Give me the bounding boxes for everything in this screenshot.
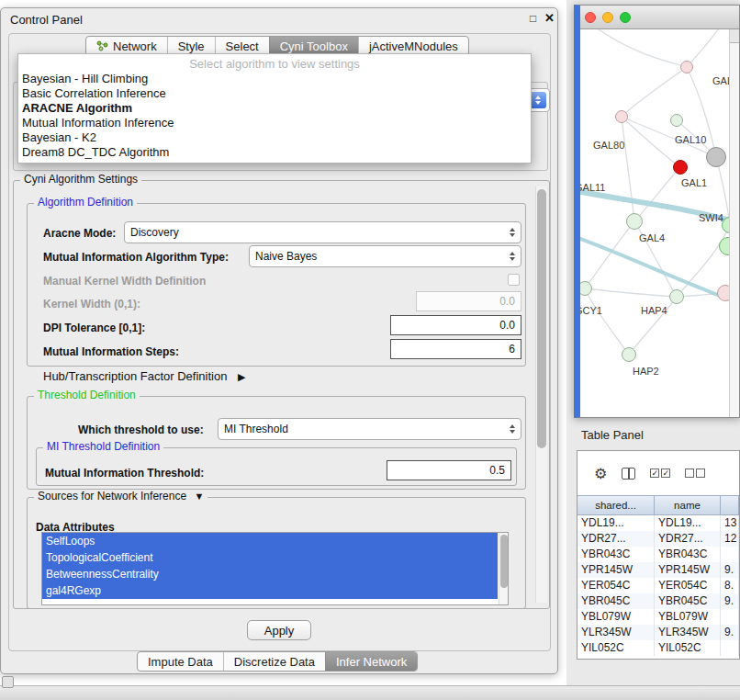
- table-row[interactable]: YLR345W YLR345W 9.: [577, 625, 739, 640]
- unselect-all-icon[interactable]: [685, 469, 705, 478]
- network-scrollbar-button[interactable]: [730, 29, 739, 43]
- tab-cyni-toolbox-label: Cyni Toolbox: [280, 40, 348, 53]
- tab-impute-data-label: Impute Data: [148, 655, 213, 669]
- table-row[interactable]: YBL079W YBL079W: [577, 609, 739, 625]
- combo-updown-icon: [510, 252, 515, 261]
- expanded-arrow-icon: ▼: [194, 491, 204, 502]
- collapsed-arrow-icon: ▶: [238, 371, 245, 382]
- cell: YBL079W: [655, 609, 721, 625]
- data-attributes-list[interactable]: SelfLoops TopologicalCoefficient Between…: [41, 532, 509, 605]
- tab-network[interactable]: Network: [86, 37, 167, 55]
- sources-title: Sources for Network Inference: [38, 490, 186, 502]
- float-window-icon[interactable]: □: [530, 12, 536, 25]
- manual-kernel-checkbox[interactable]: [508, 274, 520, 286]
- tab-cyni-toolbox[interactable]: Cyni Toolbox: [269, 37, 358, 55]
- mi-steps-field[interactable]: 6: [390, 339, 521, 359]
- tab-discretize-data[interactable]: Discretize Data: [223, 652, 325, 671]
- network-node[interactable]: [626, 213, 643, 230]
- aracne-mode-value: Discovery: [130, 226, 504, 239]
- popup-item-basic-correlation[interactable]: Basic Correlation Inference: [18, 86, 531, 101]
- network-window-titlebar[interactable]: [580, 6, 739, 29]
- close-traffic-light[interactable]: [585, 12, 596, 23]
- cell: YDL19...: [577, 515, 655, 531]
- aracne-mode-combobox[interactable]: Discovery: [124, 221, 521, 243]
- threshold-definition-title: Threshold Definition: [34, 389, 140, 401]
- network-canvas[interactable]: GAL GAL80 GAL10 GAL11 GAL1 SWI4 GAL4 GCY…: [580, 29, 739, 417]
- sources-title-row[interactable]: Sources for Network Inference ▼: [34, 490, 207, 502]
- zoom-traffic-light[interactable]: [620, 12, 631, 23]
- popup-item-dream8[interactable]: Dream8 DC_TDC Algorithm: [18, 145, 531, 160]
- mi-type-combobox[interactable]: Naive Bayes: [249, 245, 521, 267]
- combo-up-arrow-icon: [535, 96, 541, 99]
- network-node[interactable]: [670, 114, 683, 127]
- column-header-shared[interactable]: shared...: [577, 495, 655, 515]
- table-row[interactable]: YPR145W YPR145W 9.: [577, 562, 739, 578]
- checked-box-icon: ✓: [650, 469, 659, 478]
- control-panel-title: Control Panel: [10, 13, 83, 27]
- mi-threshold-field[interactable]: 0.5: [387, 460, 511, 480]
- list-item-selfloops[interactable]: SelfLoops: [42, 533, 498, 549]
- which-threshold-label: Which threshold to use:: [78, 423, 204, 436]
- table-row[interactable]: YER054C YER054C 8.: [577, 578, 739, 593]
- table-panel-title: Table Panel: [581, 428, 644, 442]
- network-scrollbar[interactable]: [729, 29, 739, 417]
- popup-item-aracne[interactable]: ARACNE Algorithm: [18, 101, 531, 116]
- node-label: GAL11: [580, 182, 605, 193]
- select-all-icon[interactable]: ✓ ✓: [650, 469, 670, 478]
- cell: YPR145W: [577, 562, 655, 578]
- popup-item-bayesian-k2[interactable]: Bayesian - K2: [18, 130, 531, 145]
- table-row[interactable]: YBR045C YBR045C 9.: [577, 593, 739, 609]
- list-item-gal4rgexp[interactable]: gal4RGexp: [42, 582, 498, 599]
- node-label: GAL10: [675, 134, 706, 145]
- hub-section-header[interactable]: Hub/Transcription Factor Definition ▶: [43, 369, 245, 383]
- close-window-icon[interactable]: ✕: [544, 11, 555, 25]
- tab-impute-data[interactable]: Impute Data: [138, 652, 223, 671]
- network-node[interactable]: [706, 147, 726, 167]
- cell: YLR345W: [655, 625, 721, 640]
- table-row[interactable]: YDR27... YDR27... 12: [577, 531, 739, 547]
- settings-scrollbar[interactable]: [535, 186, 547, 603]
- column-header-name[interactable]: name: [655, 495, 721, 515]
- cell: 9.: [721, 562, 739, 578]
- tab-jactivemodules[interactable]: jActiveMNodules: [358, 37, 468, 55]
- table-row[interactable]: YDL19... YDL19... 13: [577, 515, 739, 531]
- kernel-width-field[interactable]: 0.0: [416, 291, 521, 311]
- tab-infer-network[interactable]: Infer Network: [325, 652, 417, 671]
- table-row[interactable]: YBR043C YBR043C: [577, 547, 739, 562]
- popup-item-mutual-information[interactable]: Mutual Information Inference: [18, 116, 531, 130]
- network-node[interactable]: [622, 347, 636, 362]
- cell: 9.: [721, 625, 739, 640]
- popup-item-bayesian-hill-climbing[interactable]: Bayesian - Hill Climbing: [18, 72, 531, 86]
- apply-button[interactable]: Apply: [247, 620, 311, 640]
- cell: [721, 640, 739, 656]
- node-label: GAL1: [681, 177, 707, 188]
- dpi-tolerance-field[interactable]: 0.0: [390, 315, 521, 335]
- list-item-betweennesscentrality[interactable]: BetweennessCentrality: [42, 566, 498, 582]
- collapsed-panel-icon[interactable]: [2, 676, 14, 688]
- gear-icon[interactable]: ⚙: [594, 465, 607, 482]
- cyni-bottom-tabs: Impute Data Discretize Data Infer Networ…: [137, 651, 418, 672]
- tab-select[interactable]: Select: [215, 37, 269, 55]
- cell: YIL052C: [577, 640, 655, 656]
- tab-style-label: Style: [178, 40, 205, 53]
- network-node[interactable]: [615, 110, 628, 123]
- column-header-cut[interactable]: [721, 495, 739, 515]
- algorithm-definition-title: Algorithm Definition: [34, 196, 137, 209]
- tab-style[interactable]: Style: [167, 37, 215, 55]
- show-columns-icon[interactable]: [622, 468, 635, 480]
- tab-select-label: Select: [226, 40, 259, 53]
- control-panel-window: Control Panel □ ✕ Network Style Select: [0, 7, 558, 674]
- network-node-red[interactable]: [673, 160, 688, 175]
- which-threshold-combobox[interactable]: MI Threshold: [218, 418, 521, 440]
- list-scrollbar-thumb[interactable]: [500, 535, 508, 588]
- combo-updown-icon: [510, 228, 515, 237]
- table-row[interactable]: YIL052C YIL052C: [577, 640, 739, 656]
- cell: YIL052C: [655, 640, 721, 656]
- minimize-traffic-light[interactable]: [602, 12, 613, 23]
- network-node[interactable]: [669, 289, 684, 304]
- list-scrollbar[interactable]: [499, 533, 508, 604]
- settings-scrollbar-thumb[interactable]: [537, 189, 546, 448]
- list-item-topologicalcoefficient[interactable]: TopologicalCoefficient: [42, 549, 498, 566]
- network-node[interactable]: [680, 61, 693, 73]
- table-header: shared... name: [577, 495, 739, 515]
